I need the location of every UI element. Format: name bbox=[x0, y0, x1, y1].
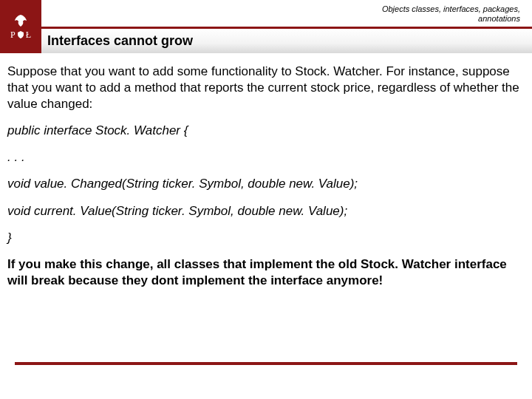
content: Suppose that you want to add some functi… bbox=[0, 53, 532, 289]
intro-paragraph: Suppose that you want to add some functi… bbox=[7, 64, 525, 112]
title-bar: Interfaces cannot grow bbox=[41, 29, 532, 53]
logo-letter-l: Ł bbox=[26, 30, 31, 41]
code-line-3: void value. Changed(String ticker. Symbo… bbox=[7, 176, 525, 192]
code-line-5: } bbox=[7, 230, 525, 246]
warning-paragraph: If you make this change, all classes tha… bbox=[7, 256, 525, 289]
code-line-1: public interface Stock. Watcher { bbox=[7, 123, 525, 139]
university-logo: P Ł bbox=[0, 0, 41, 53]
slide: Objects classes, interfaces, packages, a… bbox=[0, 0, 532, 399]
breadcrumb-line1: Objects classes, interfaces, packages, bbox=[382, 4, 520, 14]
eagle-icon bbox=[12, 13, 30, 28]
logo-letters: P Ł bbox=[10, 30, 31, 41]
code-line-4: void current. Value(String ticker. Symbo… bbox=[7, 203, 525, 219]
code-line-2: . . . bbox=[7, 149, 525, 166]
breadcrumb: Objects classes, interfaces, packages, a… bbox=[382, 4, 520, 23]
page-title: Interfaces cannot grow bbox=[47, 33, 193, 49]
breadcrumb-line2: annotations bbox=[382, 14, 520, 24]
header: Objects classes, interfaces, packages, a… bbox=[0, 0, 532, 53]
logo-letter-p: P bbox=[10, 30, 16, 41]
shield-icon bbox=[17, 31, 24, 38]
footer-divider bbox=[15, 362, 517, 365]
